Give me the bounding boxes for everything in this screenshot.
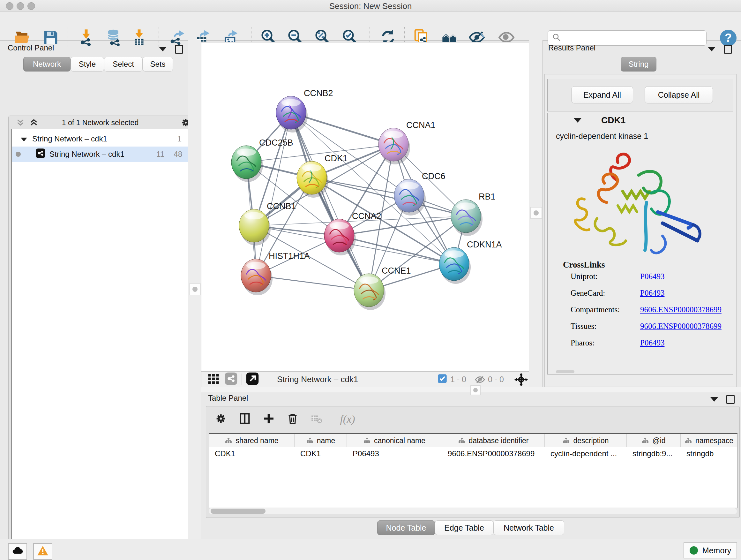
network-thumbnail-icon[interactable] bbox=[224, 372, 238, 387]
table-panel-float-icon[interactable] bbox=[726, 395, 735, 404]
network-node[interactable]: CDKN1A bbox=[439, 240, 502, 284]
birds-eye-view-icon[interactable] bbox=[514, 373, 528, 388]
network-node[interactable]: CCNA1 bbox=[379, 120, 435, 165]
table-cell[interactable]: cyclin-dependent ... bbox=[545, 447, 627, 460]
results-hscroll-thumb[interactable] bbox=[556, 370, 575, 373]
table-hscrollbar[interactable] bbox=[209, 508, 737, 514]
right-splitter-handle[interactable] bbox=[530, 207, 542, 219]
network-node[interactable]: CCNB2 bbox=[276, 88, 333, 132]
table-cell[interactable]: stringdb bbox=[681, 447, 737, 460]
crosslink-value-link[interactable]: P06493 bbox=[640, 272, 664, 285]
network-edge[interactable] bbox=[339, 236, 454, 264]
left-splitter-handle[interactable] bbox=[189, 284, 201, 295]
crosslink-value-link[interactable]: 9606.ENSP00000378699 bbox=[640, 322, 722, 334]
table-hscroll-thumb[interactable] bbox=[211, 509, 266, 514]
column-header[interactable]: namespace bbox=[681, 434, 737, 447]
tab-network[interactable]: Network bbox=[23, 57, 71, 71]
tab-style[interactable]: Style bbox=[71, 57, 104, 71]
app-window: Session: New Session ? Control Panel bbox=[0, 0, 741, 560]
tree-child-edge-count: 48 bbox=[174, 150, 182, 159]
node-label: CDK1 bbox=[325, 153, 347, 163]
tab-select[interactable]: Select bbox=[104, 57, 143, 71]
tree-expander-icon[interactable] bbox=[21, 134, 27, 143]
function-builder-button[interactable]: f(x) bbox=[334, 412, 361, 427]
results-panel-float-icon[interactable] bbox=[724, 45, 732, 54]
table-panel-menu-icon[interactable] bbox=[711, 397, 718, 401]
network-tree-child-row[interactable]: String Network – cdk1 11 48 bbox=[12, 146, 189, 162]
grid-view-icon[interactable] bbox=[207, 372, 220, 386]
node-label: HIST1H1A bbox=[269, 251, 310, 261]
table-row[interactable]: CDK1 CDK1 P06493 9606.ENSP00000378699 cy… bbox=[209, 447, 737, 460]
right-splitter[interactable] bbox=[529, 40, 542, 387]
memory-button[interactable]: Memory bbox=[684, 543, 737, 558]
crosslink-row: Tissues: 9606.ENSP00000378699 bbox=[548, 322, 733, 334]
tab-node-table[interactable]: Node Table bbox=[377, 520, 435, 535]
network-graph[interactable]: CCNB2CCNA1CDC25BCDK1CDC6RB1CCNB1CCNA2CDK… bbox=[201, 43, 529, 372]
tab-edge-table[interactable]: Edge Table bbox=[435, 520, 493, 535]
tab-string[interactable]: String bbox=[621, 57, 657, 71]
protein-details-box: CDK1 cyclin-dependent kinase 1 bbox=[547, 113, 733, 374]
tree-root-count: 1 bbox=[178, 134, 182, 143]
network-view-title: String Network – cdk1 bbox=[277, 374, 358, 384]
section-collapse-icon[interactable] bbox=[574, 118, 582, 123]
tab-network-table[interactable]: Network Table bbox=[493, 520, 564, 535]
column-header[interactable]: name bbox=[294, 434, 347, 447]
crosslink-value-link[interactable]: P06493 bbox=[640, 338, 664, 351]
delete-table-icon bbox=[311, 413, 323, 426]
columns-icon bbox=[239, 412, 251, 426]
table-cell[interactable]: CDK1 bbox=[294, 447, 347, 460]
protein-description: cyclin-dependent kinase 1 bbox=[556, 132, 648, 141]
show-columns-button[interactable] bbox=[237, 412, 253, 427]
crosslink-label: GeneCard: bbox=[570, 289, 640, 301]
network-node[interactable]: CCNB1 bbox=[239, 201, 296, 246]
window-title: Session: New Session bbox=[0, 1, 741, 11]
delete-table-button[interactable] bbox=[309, 412, 324, 427]
crosslink-value-link[interactable]: P06493 bbox=[640, 289, 664, 301]
crosslink-value-link[interactable]: 9606.ENSP00000378699 bbox=[640, 305, 722, 318]
column-header[interactable]: description bbox=[545, 434, 627, 447]
table-options-button[interactable] bbox=[213, 412, 228, 427]
control-panel-float-icon[interactable] bbox=[175, 45, 183, 54]
network-canvas[interactable]: CCNB2CCNA1CDC25BCDK1CDC6RB1CCNB1CCNA2CDK… bbox=[201, 42, 530, 372]
control-panel-menu-icon[interactable] bbox=[159, 47, 166, 51]
network-tree-root-row[interactable]: String Network – cdk1 1 bbox=[12, 131, 189, 146]
network-node[interactable]: CCNE1 bbox=[354, 266, 411, 310]
node-label: CCNB2 bbox=[304, 88, 333, 98]
node-label: CCNB1 bbox=[267, 201, 296, 211]
expand-collapse-box: Expand All Collapse All bbox=[547, 79, 733, 111]
network-edge[interactable] bbox=[312, 178, 466, 216]
detach-view-icon[interactable] bbox=[246, 372, 259, 387]
table-cell[interactable]: P06493 bbox=[347, 447, 442, 460]
table-panel-box: f(x) shared name name canonical name dat… bbox=[206, 406, 740, 518]
network-edge[interactable] bbox=[291, 113, 369, 290]
cloud-status-button[interactable] bbox=[8, 543, 27, 560]
table-cell[interactable]: 9606.ENSP00000378699 bbox=[442, 447, 545, 460]
table-cell[interactable]: CDK1 bbox=[209, 447, 294, 460]
network-node[interactable]: CDC25B bbox=[231, 138, 293, 182]
crosslink-row: Compartments: 9606.ENSP00000378699 bbox=[548, 305, 733, 318]
column-header[interactable]: database identifier bbox=[442, 434, 545, 447]
column-header[interactable]: @id bbox=[627, 434, 681, 447]
column-header[interactable]: shared name bbox=[209, 434, 294, 447]
tab-sets[interactable]: Sets bbox=[143, 57, 173, 71]
results-panel-title: Results Panel bbox=[548, 44, 596, 52]
network-node[interactable]: RB1 bbox=[451, 192, 495, 236]
expand-all-button[interactable]: Expand All bbox=[571, 86, 633, 104]
collapse-all-button[interactable]: Collapse All bbox=[645, 86, 713, 104]
hidden-eye-icon[interactable] bbox=[475, 374, 485, 386]
warnings-button[interactable] bbox=[33, 543, 52, 560]
add-column-button[interactable] bbox=[261, 412, 276, 427]
crosslink-row: Uniprot: P06493 bbox=[548, 272, 733, 285]
results-panel-menu-icon[interactable] bbox=[708, 47, 716, 51]
network-node[interactable]: HIST1H1A bbox=[241, 251, 310, 295]
delete-column-button[interactable] bbox=[285, 412, 300, 427]
protein-section-header[interactable]: CDK1 bbox=[548, 113, 733, 128]
column-header[interactable]: canonical name bbox=[347, 434, 442, 447]
string-network-badge-icon bbox=[36, 148, 46, 160]
network-panel-box: 1 of 1 Network selected String Network –… bbox=[8, 116, 192, 560]
memory-label: Memory bbox=[702, 546, 731, 555]
network-edge[interactable] bbox=[256, 275, 369, 290]
left-splitter[interactable] bbox=[188, 40, 201, 539]
selected-checkbox-icon[interactable] bbox=[437, 374, 447, 385]
table-cell[interactable]: stringdb:9... bbox=[627, 447, 681, 460]
